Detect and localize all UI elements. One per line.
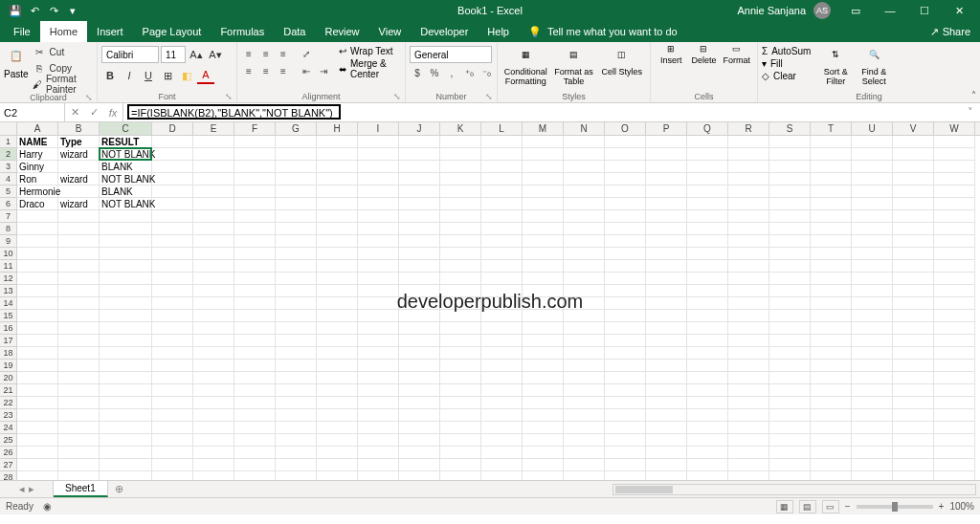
cell-A20[interactable] <box>17 372 58 384</box>
cell-M6[interactable] <box>523 198 564 210</box>
cell-K12[interactable] <box>440 273 481 285</box>
cell-W23[interactable] <box>934 409 975 422</box>
cell-H1[interactable] <box>317 136 358 148</box>
cell-C17[interactable] <box>100 335 152 347</box>
cell-J16[interactable] <box>399 322 440 335</box>
cell-A27[interactable] <box>17 459 58 471</box>
align-top-icon[interactable]: ≡ <box>241 46 256 61</box>
cell-O10[interactable] <box>605 248 646 260</box>
decrease-indent-icon[interactable]: ⇤ <box>299 63 314 78</box>
cell-T9[interactable] <box>811 235 852 248</box>
page-break-view-icon[interactable]: ▭ <box>822 500 839 513</box>
cell-W6[interactable] <box>934 198 975 210</box>
cell-K18[interactable] <box>440 347 481 360</box>
cell-J28[interactable] <box>399 471 440 480</box>
cell-R15[interactable] <box>728 310 769 322</box>
cell-C7[interactable] <box>100 210 152 223</box>
cell-F28[interactable] <box>234 471 276 480</box>
cell-A6[interactable]: Draco <box>17 198 58 210</box>
cell-V4[interactable] <box>893 173 934 186</box>
cell-I15[interactable] <box>358 310 399 322</box>
cell-T18[interactable] <box>811 347 852 360</box>
cell-J18[interactable] <box>399 347 440 360</box>
cell-P11[interactable] <box>646 260 687 273</box>
cell-D13[interactable] <box>152 285 193 297</box>
cell-H18[interactable] <box>317 347 358 360</box>
cell-S28[interactable] <box>769 471 811 480</box>
cell-R23[interactable] <box>728 409 769 422</box>
cell-I16[interactable] <box>358 322 399 335</box>
cell-P13[interactable] <box>646 285 687 297</box>
row-header-1[interactable]: 1 <box>0 136 17 148</box>
cell-J17[interactable] <box>399 335 440 347</box>
cell-Q21[interactable] <box>687 384 728 397</box>
cell-M19[interactable] <box>523 360 564 372</box>
cell-K1[interactable] <box>440 136 481 148</box>
sheet-nav-prev-icon[interactable]: ◂ <box>19 483 25 495</box>
cell-J1[interactable] <box>399 136 440 148</box>
cell-H23[interactable] <box>317 409 358 422</box>
cell-I18[interactable] <box>358 347 399 360</box>
cell-V23[interactable] <box>893 409 934 422</box>
font-color-button[interactable]: A <box>197 67 214 84</box>
cell-W21[interactable] <box>934 384 975 397</box>
cell-M16[interactable] <box>523 322 564 335</box>
row-header-14[interactable]: 14 <box>0 297 17 310</box>
cell-B2[interactable]: wizard <box>58 148 100 161</box>
cell-F11[interactable] <box>234 260 276 273</box>
cell-R22[interactable] <box>728 397 769 409</box>
cell-G9[interactable] <box>276 235 317 248</box>
ribbon-display-options-icon[interactable]: ▭ <box>838 0 873 21</box>
close-icon[interactable]: ✕ <box>942 0 976 21</box>
cancel-formula-icon[interactable]: ✕ <box>65 106 84 119</box>
cell-S18[interactable] <box>769 347 811 360</box>
cell-G27[interactable] <box>276 459 317 471</box>
cell-O21[interactable] <box>605 384 646 397</box>
expand-formula-bar-icon[interactable]: ˅ <box>961 103 980 121</box>
cell-Q13[interactable] <box>687 285 728 297</box>
fill-color-button[interactable]: ◧ <box>178 67 195 84</box>
cell-C25[interactable] <box>100 434 152 447</box>
row-header-3[interactable]: 3 <box>0 161 17 173</box>
cell-C6[interactable]: NOT BLANK <box>100 198 152 210</box>
cell-Q4[interactable] <box>687 173 728 186</box>
paste-button[interactable]: 📋 Paste <box>4 44 29 79</box>
cell-S10[interactable] <box>769 248 811 260</box>
row-header-17[interactable]: 17 <box>0 335 17 347</box>
col-header-O[interactable]: O <box>605 122 646 135</box>
cell-V9[interactable] <box>893 235 934 248</box>
cell-B25[interactable] <box>58 434 100 447</box>
cell-G7[interactable] <box>276 210 317 223</box>
cell-E23[interactable] <box>193 409 234 422</box>
cell-J7[interactable] <box>399 210 440 223</box>
cell-A19[interactable] <box>17 360 58 372</box>
cell-T20[interactable] <box>811 372 852 384</box>
cell-E15[interactable] <box>193 310 234 322</box>
cell-J12[interactable] <box>399 273 440 285</box>
cell-U23[interactable] <box>852 409 893 422</box>
cell-M21[interactable] <box>523 384 564 397</box>
row-header-11[interactable]: 11 <box>0 260 17 273</box>
cell-S16[interactable] <box>769 322 811 335</box>
cell-E3[interactable] <box>193 161 234 173</box>
tab-view[interactable]: View <box>369 21 412 42</box>
cell-J11[interactable] <box>399 260 440 273</box>
cell-F14[interactable] <box>234 297 276 310</box>
cell-V25[interactable] <box>893 434 934 447</box>
cell-H20[interactable] <box>317 372 358 384</box>
zoom-thumb[interactable] <box>892 502 898 512</box>
cell-G2[interactable] <box>276 148 317 161</box>
cell-J23[interactable] <box>399 409 440 422</box>
cell-C23[interactable] <box>100 409 152 422</box>
cell-R25[interactable] <box>728 434 769 447</box>
cell-K28[interactable] <box>440 471 481 480</box>
cell-G26[interactable] <box>276 447 317 459</box>
row-header-16[interactable]: 16 <box>0 322 17 335</box>
cell-R16[interactable] <box>728 322 769 335</box>
cell-I22[interactable] <box>358 397 399 409</box>
customize-qat-icon[interactable]: ▾ <box>65 3 80 18</box>
worksheet-grid[interactable]: ABCDEFGHIJKLMNOPQRSTUVW 1234567891011121… <box>0 122 980 480</box>
row-header-27[interactable]: 27 <box>0 459 17 471</box>
cell-R28[interactable] <box>728 471 769 480</box>
cell-U9[interactable] <box>852 235 893 248</box>
